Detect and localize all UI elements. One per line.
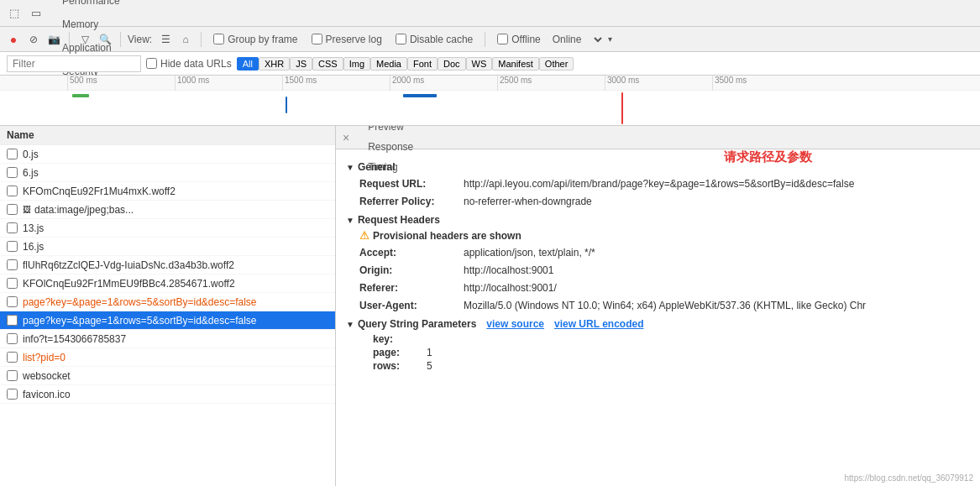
- device-icon[interactable]: ▭: [29, 6, 44, 21]
- main-area: Name 0.js6.jsKFOmCnqEu92Fr1Mu4mxK.woff2🖼…: [0, 126, 980, 486]
- list-view-button[interactable]: ☰: [157, 31, 174, 48]
- file-list-item[interactable]: page?key=&page=1&rows=5&sortBy=id&desc=f…: [0, 311, 335, 330]
- file-list-item[interactable]: flUhRq6tzZclQEJ-Vdg-IuiaDsNc.d3a4b3b.wof…: [0, 256, 335, 274]
- file-checkbox[interactable]: [7, 333, 18, 344]
- query-param-row: rows:5: [373, 360, 970, 372]
- file-name: favicon.ico: [23, 389, 71, 400]
- query-string-section-header[interactable]: ▼ Query String Parameters view source vi…: [346, 318, 970, 330]
- offline-checkbox[interactable]: [497, 34, 508, 44]
- general-triangle: ▼: [346, 163, 354, 172]
- file-checkbox[interactable]: [7, 222, 18, 233]
- right-panel: × HeadersPreviewResponseTiming 请求路径及参数 ▼…: [336, 126, 980, 486]
- request-headers-section-header[interactable]: ▼ Request Headers: [346, 214, 970, 226]
- filter-btn-all[interactable]: All: [237, 57, 259, 71]
- view-encoded-link[interactable]: view URL encoded: [554, 318, 643, 330]
- file-list-item[interactable]: 13.js: [0, 219, 335, 238]
- camera-button[interactable]: 📷: [45, 31, 62, 48]
- filter-btn-css[interactable]: CSS: [312, 57, 343, 71]
- file-checkbox[interactable]: [7, 241, 18, 252]
- record-button[interactable]: ●: [5, 31, 22, 48]
- hide-data-urls-checkbox[interactable]: [146, 58, 157, 69]
- group-by-frame-checkbox[interactable]: [213, 34, 224, 44]
- referrer-policy-row: Referrer Policy: no-referrer-when-downgr…: [359, 194, 970, 209]
- group-by-frame-label[interactable]: Group by frame: [213, 34, 297, 45]
- filter-btn-xhr[interactable]: XHR: [259, 57, 290, 71]
- filter-btn-ws[interactable]: WS: [466, 57, 493, 71]
- filter-button[interactable]: ▽: [76, 31, 93, 48]
- detail-tab-preview[interactable]: Preview: [359, 126, 422, 138]
- preserve-log-checkbox[interactable]: [312, 34, 322, 44]
- timeline-mark: 3500 ms: [712, 76, 747, 91]
- devtools-icons: ⬚ ▭: [7, 6, 44, 21]
- file-name: 6.js: [23, 167, 39, 179]
- file-list-item[interactable]: 0.js: [0, 145, 335, 164]
- file-checkbox[interactable]: [7, 315, 18, 326]
- file-list-item[interactable]: 16.js: [0, 238, 335, 256]
- top-tab-performance[interactable]: Performance: [54, 0, 128, 13]
- file-name: list?pid=0: [23, 352, 66, 363]
- file-list-item[interactable]: 6.js: [0, 164, 335, 182]
- file-checkbox[interactable]: [7, 370, 18, 381]
- stop-button[interactable]: ⊘: [25, 31, 42, 48]
- file-list-item[interactable]: favicon.ico: [0, 385, 335, 404]
- file-checkbox[interactable]: [7, 186, 18, 196]
- inspect-icon[interactable]: ⬚: [7, 6, 22, 21]
- view-source-link[interactable]: view source: [486, 318, 544, 330]
- header-value: application/json, text/plain, */*: [464, 245, 970, 260]
- file-checkbox[interactable]: [7, 352, 18, 363]
- file-checkbox[interactable]: [7, 149, 18, 159]
- file-checkbox[interactable]: [7, 259, 18, 270]
- general-section-header[interactable]: ▼ General: [346, 161, 970, 173]
- filter-btn-img[interactable]: Img: [343, 57, 370, 71]
- query-string-label: Query String Parameters: [358, 318, 476, 330]
- file-list-item[interactable]: KFOlCnqEu92Fr1MmEU9fBBc4.2854671.woff2: [0, 274, 335, 293]
- file-list-item[interactable]: 🖼data:image/jpeg;bas...: [0, 201, 335, 219]
- disable-cache-checkbox[interactable]: [396, 34, 406, 44]
- search-button[interactable]: 🔍: [97, 31, 113, 48]
- filter-btn-media[interactable]: Media: [370, 57, 407, 71]
- warning-icon: ⚠: [359, 229, 369, 242]
- filter-input[interactable]: [7, 55, 141, 72]
- query-param-row: page:1: [373, 347, 970, 358]
- file-name: 13.js: [23, 222, 44, 234]
- filter-btn-font[interactable]: Font: [407, 57, 438, 71]
- close-detail-button[interactable]: ×: [343, 131, 349, 144]
- timeline-mark: 1000 ms: [175, 76, 209, 91]
- param-key: page:: [373, 347, 423, 358]
- file-name: page?key=&page=1&rows=5&sortBy=id&desc=f…: [23, 315, 257, 327]
- param-value: 5: [427, 360, 432, 372]
- file-checkbox[interactable]: [7, 296, 18, 307]
- request-url-key: Request URL:: [359, 176, 460, 191]
- file-list-item[interactable]: info?t=1543066785837: [0, 330, 335, 348]
- file-checkbox[interactable]: [7, 204, 18, 215]
- file-list-item[interactable]: list?pid=0: [0, 348, 335, 367]
- hide-data-urls-label[interactable]: Hide data URLs: [146, 58, 232, 70]
- tree-view-button[interactable]: ⌂: [177, 31, 194, 48]
- filter-btn-js[interactable]: JS: [290, 57, 312, 71]
- general-header-label: General: [358, 161, 396, 173]
- preserve-log-label[interactable]: Preserve log: [312, 34, 382, 45]
- filter-btn-manifest[interactable]: Manifest: [492, 57, 539, 71]
- file-list-item[interactable]: page?key=&page=1&rows=5&sortBy=id&desc=f…: [0, 293, 335, 311]
- filter-btn-doc[interactable]: Doc: [438, 57, 466, 71]
- referrer-policy-value: no-referrer-when-downgrade: [464, 194, 970, 209]
- file-checkbox[interactable]: [7, 167, 18, 178]
- filter-row: Hide data URLs AllXHRJSCSSImgMediaFontDo…: [0, 52, 980, 76]
- file-list-body[interactable]: 0.js6.jsKFOmCnqEu92Fr1Mu4mxK.woff2🖼data:…: [0, 145, 335, 486]
- file-list-item[interactable]: websocket: [0, 367, 335, 385]
- file-name: 16.js: [23, 241, 44, 253]
- timeline-mark: 1500 ms: [282, 76, 317, 91]
- file-checkbox[interactable]: [7, 278, 18, 289]
- separator-3: [201, 32, 202, 47]
- file-checkbox[interactable]: [7, 389, 18, 400]
- url-highlighted: /brand/page?key=&page=1&rows=5&sortBy=id…: [589, 178, 854, 190]
- file-list-item[interactable]: KFOmCnqEu92Fr1Mu4mxK.woff2: [0, 182, 335, 201]
- disable-cache-label[interactable]: Disable cache: [396, 34, 473, 45]
- request-headers-triangle: ▼: [346, 216, 354, 225]
- offline-label[interactable]: Offline: [497, 34, 540, 45]
- referrer-policy-key: Referrer Policy:: [359, 194, 460, 209]
- filter-btn-other[interactable]: Other: [539, 57, 574, 71]
- throttle-select[interactable]: Online Slow 3G Fast 3G Offline: [549, 33, 605, 46]
- top-tab-bar: ⬚ ▭ ElementsConsoleSourcesNetworkPerform…: [0, 0, 980, 27]
- header-key: Origin:: [359, 263, 460, 278]
